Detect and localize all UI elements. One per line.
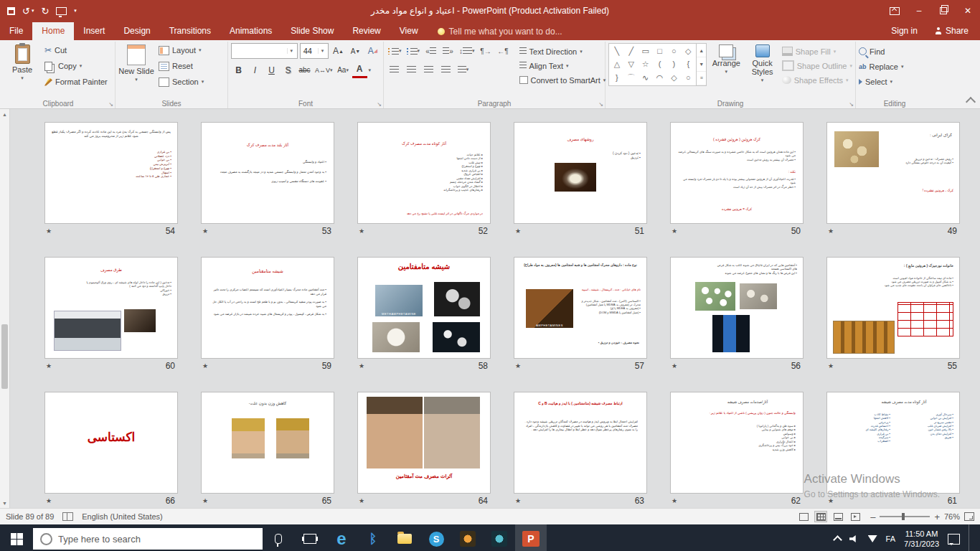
shape-effects-button[interactable]: Shape Effects▾: [782, 73, 852, 87]
show-desktop-button[interactable]: [969, 524, 973, 551]
slide-thumbnail-59[interactable]: شیشه متامفتامین▪ مت آمفتامین ماده محرک ب…: [201, 257, 334, 359]
quick-styles-button[interactable]: Quick Styles▾: [745, 43, 778, 98]
animation-star-icon[interactable]: ★: [202, 227, 208, 235]
decrease-indent-button[interactable]: «: [423, 44, 438, 58]
scroll-down-arrow[interactable]: ▼: [2, 498, 7, 508]
convert-to-smartart-button[interactable]: Convert to SmartArt▾: [519, 73, 606, 87]
shape-outline-button[interactable]: Shape Outline▾: [782, 59, 852, 72]
find-button[interactable]: Find: [859, 44, 903, 58]
clipboard-dialog-launcher[interactable]: ↘: [108, 101, 113, 108]
action-center-icon[interactable]: [948, 534, 960, 545]
change-case-button[interactable]: Aa▾: [336, 63, 351, 77]
animation-star-icon[interactable]: ★: [359, 497, 364, 504]
slide-thumbnail-54[interactable]: پس از وابستگی جسمی به کرک بدن فرد به این…: [44, 122, 178, 224]
strikethrough-button[interactable]: abc: [297, 63, 312, 77]
slide-thumbnail-50[interactable]: کرک هروئین ( هروئین فشرده )▪ این ماده هم…: [670, 122, 804, 224]
replace-button[interactable]: abReplace▾: [859, 60, 903, 73]
ribbon-display-options-button[interactable]: [882, 0, 907, 22]
text-direction-button[interactable]: Text Direction▾: [519, 44, 606, 58]
paragraph-dialog-launcher[interactable]: ↘: [598, 101, 603, 108]
cut-button[interactable]: ✂Cut: [43, 43, 109, 57]
animation-star-icon[interactable]: ★: [828, 227, 834, 235]
animation-star-icon[interactable]: ★: [202, 497, 208, 504]
tell-me-box[interactable]: Tell me what you want to do...: [428, 27, 573, 40]
new-slide-button[interactable]: New Slide▾: [118, 43, 154, 98]
shape-icon[interactable]: ⌒: [627, 72, 635, 83]
font-color-dropdown-icon[interactable]: ▾: [369, 67, 372, 73]
hidden-icons-chevron[interactable]: [833, 535, 842, 545]
ribbon-tab-review[interactable]: Review: [343, 22, 390, 40]
messaging-app-button[interactable]: S: [420, 524, 452, 551]
fit-to-window-button[interactable]: [964, 512, 974, 521]
animation-star-icon[interactable]: ★: [828, 362, 834, 369]
vertical-scrollbar[interactable]: ▲ ▼: [0, 109, 10, 508]
right-to-left-button[interactable]: ←¶: [496, 44, 511, 58]
columns-button[interactable]: ▾: [456, 62, 471, 77]
animation-star-icon[interactable]: ★: [672, 497, 677, 504]
ribbon-tab-view[interactable]: View: [390, 22, 428, 40]
slide-thumbnail-65[interactable]: کاهش وزن بدون علت-: [201, 392, 334, 494]
taskbar-search-box[interactable]: Type here to search: [33, 528, 263, 550]
undo-dropdown-icon[interactable]: ▾: [32, 8, 34, 14]
animation-star-icon[interactable]: ★: [46, 227, 52, 235]
animation-star-icon[interactable]: ★: [202, 362, 208, 369]
shape-icon[interactable]: ╲: [615, 47, 620, 56]
slide-thumbnail-58[interactable]: شیشه متامفتامینMETHAMPHETAMINE: [357, 257, 491, 359]
ribbon-tab-animations[interactable]: Animations: [220, 22, 281, 40]
justify-button[interactable]: [438, 62, 453, 77]
shapes-gallery[interactable]: ╲╱▭□○◇△▽☆(){}⌒∿◠◇○ ▲ ▼ ≡: [608, 43, 707, 86]
slide-thumbnail-63[interactable]: ارتباط مصرف شیشه (متامفتامین ) با ایدز و…: [514, 392, 647, 494]
shape-icon[interactable]: ○: [672, 47, 677, 55]
line-spacing-button[interactable]: ↕▾: [458, 44, 476, 58]
italic-button[interactable]: I: [248, 63, 263, 77]
font-name-combobox[interactable]: ▾: [231, 43, 298, 59]
text-shadow-button[interactable]: S: [281, 63, 296, 77]
slide-thumbnail-64[interactable]: آثرات مصرف مت آمفتامین: [357, 392, 491, 494]
slide-thumbnail-60[interactable]: طرق مصرف▪ تدخین ( این ماده را داخل لوله …: [44, 257, 178, 359]
font-name-dropdown-icon[interactable]: ▾: [287, 48, 296, 54]
shapes-more-button[interactable]: ≡: [697, 72, 706, 85]
repeat-button[interactable]: ↻: [41, 6, 49, 17]
shape-icon[interactable]: }: [616, 73, 618, 82]
share-button[interactable]: Share: [929, 26, 980, 40]
animation-star-icon[interactable]: ★: [672, 362, 677, 369]
reading-view-button[interactable]: [831, 511, 844, 522]
zoom-out-button[interactable]: –: [870, 512, 875, 522]
left-to-right-button[interactable]: ¶→: [479, 44, 494, 58]
format-painter-button[interactable]: Format Painter: [43, 75, 109, 89]
increase-indent-button[interactable]: »: [440, 44, 456, 58]
animation-star-icon[interactable]: ★: [46, 362, 52, 369]
sign-in-button[interactable]: Sign in: [891, 26, 929, 40]
section-button[interactable]: Section▾: [157, 75, 205, 89]
font-size-combobox[interactable]: 44▾: [300, 43, 329, 59]
zoom-slider[interactable]: [880, 516, 930, 517]
slide-thumbnail-51[interactable]: روشهای مصرف▪ تدخین ( دود کردن )▪ تزریق: [514, 122, 647, 224]
animation-star-icon[interactable]: ★: [828, 497, 834, 504]
ribbon-tab-file[interactable]: File: [0, 22, 32, 40]
slide-thumbnail-49[interactable]: کراک ایرانی :▪ روش مصرف : تدخین و تزریق▪…: [826, 122, 960, 224]
zoom-slider-thumb[interactable]: [902, 513, 905, 520]
shrink-font-button[interactable]: A▼: [348, 44, 363, 58]
shape-icon[interactable]: ◠: [656, 73, 664, 83]
normal-view-button[interactable]: [797, 511, 810, 522]
paste-button[interactable]: Paste▾: [4, 43, 40, 98]
pinned-app-button-1[interactable]: [452, 524, 484, 551]
slide-thumbnail-66[interactable]: اکستاسی: [44, 392, 178, 494]
shape-fill-button[interactable]: Shape Fill▾: [782, 44, 852, 58]
slide-thumbnail-61[interactable]: آثار کوتاه مدت مصرف شیشه▪ سرحال آوری▪ اف…: [826, 392, 960, 494]
animation-star-icon[interactable]: ★: [515, 497, 521, 504]
zoom-percentage[interactable]: 76%: [944, 512, 960, 521]
shapes-scroll-up[interactable]: ▲: [697, 44, 706, 57]
ribbon-tab-slide-show[interactable]: Slide Show: [281, 22, 343, 40]
language-indicator[interactable]: English (United States): [82, 512, 163, 521]
font-color-button[interactable]: A: [352, 62, 367, 78]
ribbon-tab-transitions[interactable]: Transitions: [160, 22, 220, 40]
underline-button[interactable]: U: [264, 63, 279, 77]
align-text-button[interactable]: Align Text▾: [519, 59, 606, 72]
bold-button[interactable]: B: [231, 63, 246, 77]
animation-star-icon[interactable]: ★: [515, 227, 521, 235]
animation-star-icon[interactable]: ★: [359, 362, 364, 369]
drawing-dialog-launcher[interactable]: ↘: [849, 101, 854, 108]
pinned-app-button-2[interactable]: [484, 524, 515, 551]
slide-thumbnail-55[interactable]: خانواده نورجیزک ( هروئین مایع ) :▪ ماده …: [826, 257, 960, 359]
